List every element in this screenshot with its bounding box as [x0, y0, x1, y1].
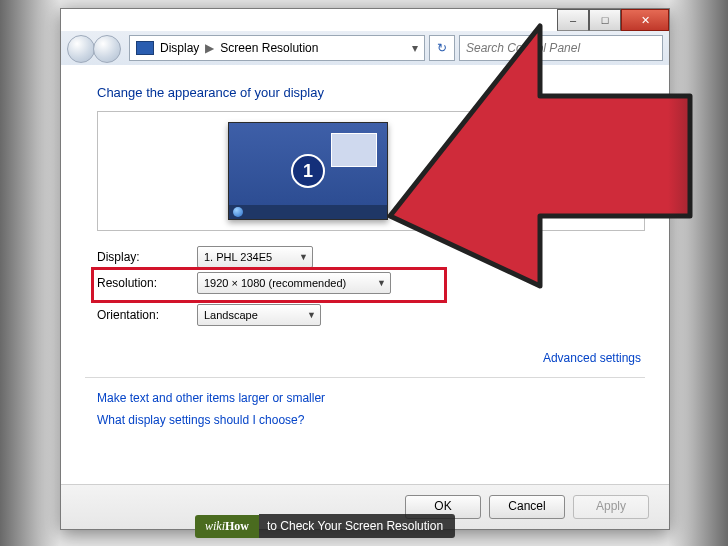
wikihow-logo: wikiHow: [195, 515, 259, 538]
window-controls: – □ ✕: [557, 9, 669, 31]
forward-button[interactable]: [93, 35, 121, 63]
close-button[interactable]: ✕: [621, 9, 669, 31]
chevron-down-icon: ▼: [299, 252, 308, 262]
monitor-number: 1: [291, 154, 325, 188]
resolution-label: Resolution:: [97, 276, 197, 290]
display-label: Display:: [97, 250, 197, 264]
orientation-label: Orientation:: [97, 308, 197, 322]
cancel-button[interactable]: Cancel: [489, 495, 565, 519]
back-button[interactable]: [67, 35, 95, 63]
monitor-thumbnail[interactable]: 1: [228, 122, 388, 220]
resolution-value: 1920 × 1080 (recommended): [204, 277, 346, 289]
help-link[interactable]: What display settings should I choose?: [97, 413, 304, 427]
monitor-window-icon: [331, 133, 377, 167]
screen-resolution-window: – □ ✕ Display ▶ Screen Resolution ▾ ↻ Se…: [60, 8, 670, 530]
text-size-link[interactable]: Make text and other items larger or smal…: [97, 391, 325, 405]
breadcrumb-part[interactable]: Screen Resolution: [220, 41, 318, 55]
address-dropdown-icon[interactable]: ▾: [412, 41, 418, 55]
refresh-button[interactable]: ↻: [429, 35, 455, 61]
caption-text: to Check Your Screen Resolution: [259, 514, 455, 538]
orientation-dropdown[interactable]: Landscape ▼: [197, 304, 321, 326]
advanced-settings-link[interactable]: Advanced settings: [543, 351, 641, 365]
address-bar[interactable]: Display ▶ Screen Resolution ▾: [129, 35, 425, 61]
display-dropdown[interactable]: 1. PHL 234E5 ▼: [197, 246, 313, 268]
control-panel-icon: [136, 41, 154, 55]
monitor-taskbar-icon: [229, 205, 387, 219]
resolution-dropdown[interactable]: 1920 × 1080 (recommended) ▼: [197, 272, 391, 294]
chevron-right-icon: ▶: [205, 41, 214, 55]
apply-button: Apply: [573, 495, 649, 519]
search-input[interactable]: Search Control Panel: [459, 35, 663, 61]
maximize-button[interactable]: □: [589, 9, 621, 31]
orientation-value: Landscape: [204, 309, 258, 321]
divider: [85, 377, 645, 378]
chevron-down-icon: ▼: [307, 310, 316, 320]
page-title: Change the appearance of your display: [97, 85, 324, 100]
display-value: 1. PHL 234E5: [204, 251, 272, 263]
caption-bar: wikiHow to Check Your Screen Resolution: [195, 512, 455, 540]
chevron-down-icon: ▼: [377, 278, 386, 288]
minimize-button[interactable]: –: [557, 9, 589, 31]
explorer-toolbar: Display ▶ Screen Resolution ▾ ↻ Search C…: [61, 31, 669, 66]
display-preview: 1 Detect: [97, 111, 645, 231]
detect-button[interactable]: Detect: [578, 122, 636, 146]
breadcrumb-part[interactable]: Display: [160, 41, 199, 55]
